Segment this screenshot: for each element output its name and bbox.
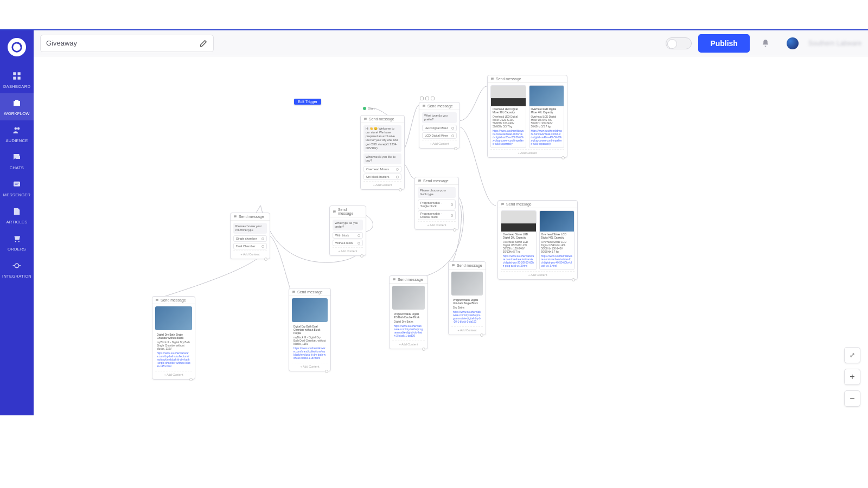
start-node: Start: [363, 107, 375, 110]
sidebar: DASHBOARD WORKFLOW AUDIENCE CHATS MESSEN…: [0, 30, 34, 415]
nav-dashboard[interactable]: DASHBOARD: [0, 66, 34, 93]
zoom-controls: ⤢ + −: [844, 347, 860, 407]
option-single-block[interactable]: Programmable - Single block: [418, 200, 456, 209]
node-welcome[interactable]: Send message Hi 👋 😊 Welcome to our store…: [360, 115, 405, 190]
username: Southern Labware: [808, 40, 861, 47]
node-with-block[interactable]: Send message What type do you prefer? Wi…: [329, 206, 366, 256]
option-lcd-mixer[interactable]: LCD Digital Mixer: [422, 132, 457, 139]
option-with-block[interactable]: With block: [333, 232, 363, 239]
welcome-question: What would you like to buy?: [363, 153, 401, 164]
node-product-dual-chamber[interactable]: Send message Digital Dry Bath Dual Chamb…: [289, 288, 331, 371]
welcome-message: Hi 👋 😊 Welcome to our store! We have pre…: [363, 125, 401, 152]
workflow-title: Giveaway: [46, 39, 77, 47]
user-avatar[interactable]: [787, 37, 799, 49]
svg-rect-1: [13, 72, 16, 75]
option-without-block[interactable]: Without block: [333, 240, 363, 246]
zoom-in-button[interactable]: +: [844, 369, 860, 385]
node-product-single-block[interactable]: Send message Programmable Digital Uni-ba…: [448, 261, 486, 335]
product-card[interactable]: Overhead Stirrer LCD Digital 40L Capacit…: [539, 210, 575, 270]
svg-rect-7: [14, 182, 20, 187]
product-card[interactable]: Overhead Stirrer LED Digital 20L Capacit…: [501, 210, 537, 270]
product-card[interactable]: Overhead LED Digital Mixer 20L CapacityO…: [490, 85, 526, 148]
svg-rect-2: [18, 72, 21, 75]
nav-messenger[interactable]: MESSENGER: [0, 175, 34, 202]
svg-point-9: [18, 241, 20, 242]
fullscreen-button[interactable]: ⤢: [844, 347, 860, 363]
node-product-single-chamber[interactable]: Send message Digital Dry Bath Single Cha…: [152, 296, 195, 380]
nav-workflow[interactable]: WORKFLOW: [0, 93, 34, 120]
svg-point-8: [15, 241, 16, 242]
node-products-mixers-lcd[interactable]: Send message Overhead Stirrer LED Digita…: [497, 200, 578, 280]
workflow-title-input[interactable]: Giveaway: [40, 35, 214, 52]
option-dual-chamber[interactable]: Dual Chamber: [233, 243, 267, 249]
node-machine-type[interactable]: Send message Please choose your machine …: [230, 213, 270, 259]
app-logo: [8, 38, 26, 56]
nav-articles[interactable]: ARTICLES: [0, 202, 34, 229]
nav-audience[interactable]: AUDIENCE: [0, 120, 34, 147]
node-mixer-type[interactable]: Send message What type do you prefer? LE…: [419, 102, 460, 149]
node-block-type[interactable]: Send message Please choose your block ty…: [414, 177, 459, 230]
node-toolbar[interactable]: [420, 97, 435, 100]
svg-point-6: [17, 127, 20, 130]
option-double-block[interactable]: Programmable - Double block: [418, 210, 456, 220]
add-content[interactable]: + Add Content: [363, 181, 401, 187]
publish-button[interactable]: Publish: [698, 34, 750, 53]
option-led-mixer[interactable]: LED Digital Mixer: [422, 125, 457, 131]
nav-integration[interactable]: INTEGRATION: [0, 256, 34, 283]
nav-chats[interactable]: CHATS: [0, 147, 34, 175]
workflow-canvas[interactable]: Edit Trigger Start Send message Hi 👋 😊 W…: [34, 56, 868, 414]
svg-rect-3: [13, 77, 16, 80]
node-products-mixers-led[interactable]: Send message Overhead LED Digital Mixer …: [487, 75, 567, 158]
header-bar: Giveaway Publish Southern Labware: [34, 30, 868, 56]
svg-rect-4: [18, 77, 21, 80]
option-uniblock[interactable]: Uni block heaters: [363, 174, 401, 180]
nav-orders[interactable]: ORDERS: [0, 229, 34, 256]
option-single-chamber[interactable]: Single chamber: [233, 235, 267, 242]
option-overhead-mixers[interactable]: Overhead Mixers: [363, 166, 401, 172]
node-product-double-block[interactable]: Send message Programmable Digital 2/3 Ba…: [389, 275, 428, 349]
zoom-out-button[interactable]: −: [844, 390, 860, 407]
notifications-icon[interactable]: [761, 38, 770, 48]
enable-toggle[interactable]: [666, 37, 692, 49]
product-card[interactable]: Overhead LED Digital Mixer 40L CapacityO…: [529, 85, 565, 148]
svg-point-5: [15, 127, 17, 130]
edit-icon: [199, 39, 208, 48]
edit-trigger-button[interactable]: Edit Trigger: [294, 99, 321, 105]
